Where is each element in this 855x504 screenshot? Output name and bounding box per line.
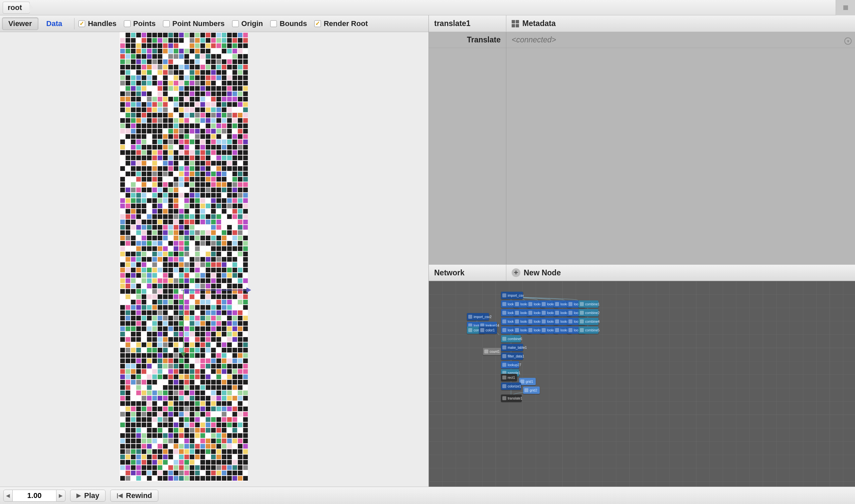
- node-label: filter_data1: [508, 355, 524, 358]
- node-icon: [569, 302, 573, 306]
- node-grid1[interactable]: grid1: [519, 378, 536, 385]
- node-combine4[interactable]: combine4: [578, 318, 598, 325]
- check-bounds[interactable]: Bounds: [270, 19, 307, 28]
- tab-viewer[interactable]: Viewer: [2, 17, 38, 30]
- node-label: combine1: [585, 302, 599, 306]
- metadata-tab[interactable]: Metadata: [506, 15, 561, 32]
- metadata-icon: [512, 20, 519, 28]
- node-filter_data1[interactable]: filter_data1: [501, 353, 523, 360]
- toolbar-separator: [74, 18, 74, 29]
- node-icon: [528, 320, 533, 323]
- property-value-translate[interactable]: <connected>: [506, 32, 855, 48]
- node-lookup27[interactable]: lookup27: [501, 361, 519, 368]
- node-icon: [528, 302, 533, 306]
- check-handles-label: Handles: [88, 19, 117, 28]
- node-label: grid1: [526, 380, 533, 383]
- node-icon: [502, 363, 506, 367]
- checkbox-icon: [124, 20, 130, 27]
- check-render-root-label: Render Root: [324, 19, 368, 28]
- node-icon: [480, 328, 484, 332]
- node-icon: [524, 388, 528, 392]
- node-icon: [528, 311, 533, 315]
- node-icon: [580, 311, 584, 315]
- breadcrumb-root[interactable]: root: [3, 2, 30, 14]
- frame-decrement[interactable]: ◀: [3, 490, 13, 502]
- node-combine5[interactable]: combine5: [578, 326, 598, 334]
- rewind-label: Rewind: [126, 491, 152, 500]
- node-icon: [502, 396, 506, 400]
- property-value-text: <connected>: [512, 35, 556, 44]
- node-icon: [502, 302, 506, 306]
- check-points[interactable]: Points: [124, 19, 156, 28]
- node-icon: [542, 328, 546, 332]
- check-point-numbers[interactable]: Point Numbers: [163, 19, 224, 28]
- node-count1[interactable]: count1: [483, 348, 501, 355]
- viewer-canvas[interactable]: [0, 32, 429, 487]
- node-make_table1[interactable]: make_table1: [501, 344, 523, 351]
- play-label: Play: [84, 491, 99, 500]
- node-color1[interactable]: color1: [479, 326, 497, 334]
- node-icon: [542, 311, 546, 315]
- node-icon: [580, 328, 584, 332]
- play-icon: ▶: [76, 492, 81, 499]
- node-icon: [555, 320, 559, 323]
- node-import_csv[interactable]: import_csv: [501, 292, 523, 299]
- tab-data[interactable]: Data: [40, 17, 68, 30]
- new-node-button[interactable]: + New Node: [506, 265, 566, 281]
- selected-node-name: translate1: [429, 15, 506, 32]
- breadcrumb-root-label: root: [8, 3, 22, 12]
- frame-field[interactable]: [13, 490, 56, 502]
- node-icon: [555, 302, 559, 306]
- node-icon: [502, 328, 506, 332]
- node-icon: [555, 328, 559, 332]
- rewind-button[interactable]: |◀Rewind: [110, 490, 158, 502]
- node-grid2[interactable]: grid2: [523, 386, 540, 394]
- rewind-icon: |◀: [117, 492, 123, 499]
- node-label: make_table1: [508, 346, 527, 349]
- check-point-numbers-label: Point Numbers: [172, 19, 224, 28]
- check-handles[interactable]: Handles: [78, 19, 117, 28]
- property-label-text: Translate: [467, 35, 501, 44]
- node-icon: [580, 320, 584, 323]
- breadcrumb-bar: root: [0, 0, 855, 15]
- node-colorize1[interactable]: colorize1: [501, 382, 521, 390]
- node-import_csv2[interactable]: import_csv2: [467, 313, 489, 320]
- network-title-text: Network: [434, 268, 465, 277]
- window-control[interactable]: [836, 0, 855, 15]
- node-icon: [502, 320, 506, 323]
- expand-icon[interactable]: ▾: [844, 37, 852, 45]
- node-label: import_csv2: [474, 315, 492, 319]
- node-icon: [528, 328, 533, 332]
- play-button[interactable]: ▶Play: [70, 490, 106, 502]
- checkbox-icon: [232, 20, 239, 27]
- tab-viewer-label: Viewer: [8, 19, 32, 28]
- check-origin[interactable]: Origin: [232, 19, 263, 28]
- node-icon: [555, 311, 559, 315]
- node-combine2[interactable]: combine2: [578, 309, 598, 317]
- node-rect1[interactable]: rect1: [501, 374, 517, 381]
- node-label: translate1: [508, 397, 522, 400]
- checkbox-icon: [78, 20, 85, 27]
- node-label: combine4: [585, 320, 599, 323]
- check-points-label: Points: [133, 19, 156, 28]
- node-icon: [502, 337, 506, 341]
- node-label: combine5: [585, 328, 599, 332]
- node-icon: [515, 320, 519, 323]
- checkbox-icon: [163, 20, 170, 27]
- node-icon: [569, 328, 573, 332]
- property-label-translate: Translate: [429, 32, 506, 48]
- checkbox-icon: [270, 20, 277, 27]
- node-combine1[interactable]: combine1: [578, 301, 598, 308]
- network-canvas[interactable]: import_csvimport_csv2lookup1lookup2looku…: [429, 281, 855, 487]
- node-label: grid2: [530, 389, 537, 392]
- check-render-root[interactable]: Render Root: [314, 19, 368, 28]
- node-icon: [502, 354, 506, 358]
- node-label: color1: [486, 328, 495, 332]
- node-combine6[interactable]: combine6: [501, 335, 521, 342]
- node-translate1[interactable]: translate1: [501, 395, 522, 402]
- node-icon: [468, 328, 472, 332]
- frame-increment[interactable]: ▶: [56, 490, 66, 502]
- checkbox-icon: [314, 20, 321, 27]
- selected-node-name-text: translate1: [434, 19, 471, 28]
- frame-spinner: ◀ ▶: [3, 490, 66, 502]
